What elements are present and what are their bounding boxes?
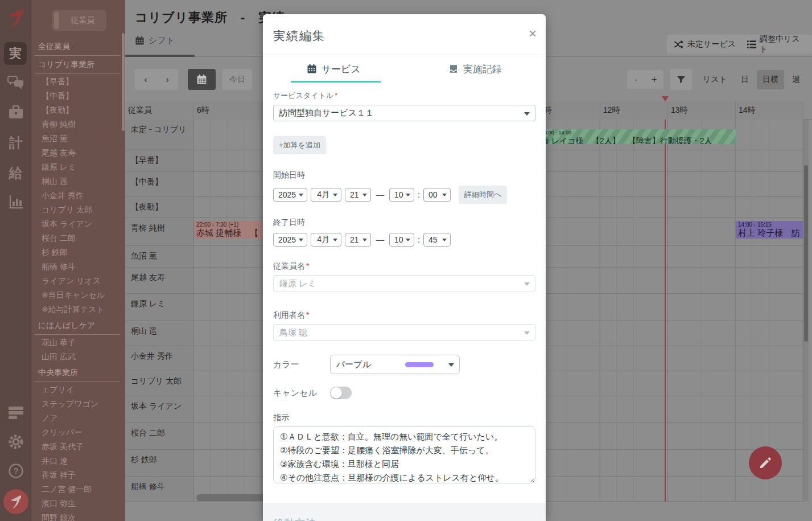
adjusting-list-button[interactable]: 調整中リスト <box>740 35 812 54</box>
end-hour-select[interactable]: 10 <box>389 233 414 247</box>
start-year-select[interactable]: 2025 <box>273 188 307 202</box>
start-month-select[interactable]: 4月 <box>311 188 341 202</box>
sidebar-employee-item[interactable]: ステップワゴン <box>31 397 122 411</box>
view-option[interactable]: 日横 <box>757 70 784 89</box>
today-button[interactable]: 今日 <box>222 69 252 90</box>
end-day-select[interactable]: 21 <box>345 233 371 247</box>
rail-item-chat[interactable] <box>0 74 31 92</box>
sidebar-employee-item[interactable]: 【夜勤】 <box>31 103 122 117</box>
current-time-marker-icon <box>662 96 669 101</box>
start-day-select[interactable]: 21 <box>345 188 371 202</box>
schedule-cell <box>600 346 668 371</box>
rail-item-help[interactable]: ? <box>0 462 31 479</box>
rail-item-plan[interactable]: 計 <box>0 134 31 151</box>
filter-button[interactable] <box>670 69 692 90</box>
service-title-select[interactable]: 訪問型独自サービス１１ <box>273 105 535 121</box>
rail-item-settings[interactable] <box>0 433 31 451</box>
rail-item-analytics[interactable] <box>0 192 31 211</box>
sidebar-employee-item[interactable]: コリブリ 太郎 <box>31 203 122 217</box>
close-icon[interactable]: × <box>529 27 537 40</box>
sidebar-employee-item[interactable]: ※当日キャンセル <box>31 288 122 302</box>
sidebar-employee-item[interactable]: クリッパー <box>31 425 122 440</box>
vertical-scrollbar-thumb[interactable] <box>804 165 808 342</box>
end-year-select[interactable]: 2025 <box>273 233 307 247</box>
sidebar-employee-item[interactable]: 船橋 修斗 <box>31 260 122 274</box>
tab-service-label: サービス <box>321 63 361 76</box>
sidebar-employee-item[interactable]: エブリイ <box>31 383 122 397</box>
tab-record[interactable]: 実施記録 <box>405 55 546 83</box>
sidebar-employee-item[interactable]: ノア <box>31 411 122 425</box>
schedule-cell <box>736 321 803 346</box>
start-minute-select[interactable]: 00 <box>423 188 451 202</box>
prev-button[interactable]: ‹ <box>135 74 156 85</box>
brand-logo-icon[interactable] <box>0 6 31 30</box>
employee-name-select[interactable]: 鎌原 レミ <box>273 275 535 292</box>
zoom-out-button[interactable]: - <box>627 75 645 85</box>
toggle-label: 従業員 <box>59 15 106 26</box>
sidebar-employee-item[interactable]: 井口 遼 <box>31 454 122 468</box>
sidebar-employee-item[interactable]: ※給与計算テスト <box>31 302 122 317</box>
sidebar-employee-item[interactable]: 尾越 友寿 <box>31 146 122 160</box>
sidebar-employee-item[interactable]: 赤坂 美代子 <box>31 440 122 454</box>
view-option[interactable]: 日 <box>735 70 755 89</box>
rail-item-records[interactable] <box>0 404 31 421</box>
rail-item-work[interactable] <box>0 104 31 121</box>
color-select[interactable]: パープル <box>330 355 460 374</box>
sidebar-employee-item[interactable]: 鎌原 レミ <box>31 160 122 174</box>
sidebar-employee-item[interactable]: 【中番】 <box>31 89 122 103</box>
sidebar-group-header[interactable]: 全従業員 <box>35 39 120 56</box>
client-name-select[interactable]: 鳥塚 聡 <box>273 324 535 341</box>
instruction-textarea[interactable]: ①ＡＤＬと意欲：自立。無理の無い範囲で全て行いたい。 ②特段のご要望：足腰痛く浴… <box>273 426 535 483</box>
schedule-cell <box>600 477 668 502</box>
end-datetime-label: 終了日時 <box>273 218 535 228</box>
rail-item-results[interactable]: 実 <box>4 42 27 65</box>
add-addition-button[interactable]: +加算を追加 <box>273 136 326 154</box>
instruction-label: 指示 <box>273 413 535 423</box>
sidebar-employee-item[interactable]: 二ノ宮 健一郎 <box>31 482 122 497</box>
zoom-in-button[interactable]: + <box>645 75 663 85</box>
rail-item-payroll[interactable]: 給 <box>0 165 31 182</box>
schedule-row-label: 小金井 秀作 <box>125 346 194 371</box>
start-hour-select[interactable]: 10 <box>389 188 414 202</box>
employee-toggle-button[interactable]: 従業員 <box>52 10 106 31</box>
schedule-cell <box>194 321 262 346</box>
edit-fab-button[interactable] <box>749 446 782 479</box>
sidebar-group-header[interactable]: 中央事業所 <box>35 365 120 382</box>
sidebar-employee-item[interactable]: 坂本 ライアン <box>31 217 122 231</box>
sidebar-employee-item[interactable]: 青柳 純樹 <box>31 117 122 132</box>
rail-item-support[interactable] <box>0 489 31 515</box>
schedule-cell <box>600 423 668 450</box>
sidebar-group-header[interactable]: にほんばしケア <box>35 318 120 335</box>
sidebar-employee-item[interactable]: 桜台 二郎 <box>31 231 122 245</box>
sidebar-employee-item[interactable]: 山田 広武 <box>31 350 122 364</box>
view-option[interactable]: 週 <box>786 70 806 89</box>
sidebar-group-header[interactable]: コリブリ事業所 <box>35 57 120 74</box>
end-month-select[interactable]: 4月 <box>311 233 341 247</box>
detail-time-button[interactable]: 詳細時間へ <box>459 186 507 204</box>
sidebar-employee-item[interactable]: 濱口 弥生 <box>31 497 122 511</box>
schedule-cell <box>668 294 736 321</box>
schedule-cell <box>668 268 736 294</box>
schedule-cell <box>668 423 736 450</box>
sidebar-employee-item[interactable]: 間野 銀次 <box>31 511 122 521</box>
sidebar-employee-item[interactable]: 桐山 遥 <box>31 174 122 188</box>
tab-shift[interactable]: シフト <box>135 35 175 46</box>
schedule-event[interactable]: 14:00 - 15:15村上 玲子様 訪 <box>736 221 803 239</box>
sidebar-employee-item[interactable]: 小金井 秀作 <box>31 188 122 203</box>
schedule-cell <box>668 477 736 502</box>
cancel-toggle[interactable] <box>330 387 352 399</box>
next-button[interactable]: › <box>156 74 178 85</box>
view-option[interactable]: リスト <box>697 70 733 89</box>
sidebar-employee-item[interactable]: 杉 鉄郎 <box>31 245 122 260</box>
schedule-cell <box>600 246 668 268</box>
tab-service[interactable]: サービス <box>263 55 405 83</box>
schedule-cell <box>736 423 803 450</box>
sidebar-employee-item[interactable]: 【早番】 <box>31 75 122 89</box>
sidebar-employee-item[interactable]: ライアン リオス <box>31 274 122 288</box>
pending-services-button[interactable]: 未定サービス <box>667 35 743 54</box>
sidebar-employee-item[interactable]: 花山 恭子 <box>31 335 122 350</box>
date-picker-button[interactable] <box>188 69 216 90</box>
sidebar-employee-item[interactable]: 香坂 祥子 <box>31 468 122 482</box>
sidebar-employee-item[interactable]: 魚沼 薫 <box>31 132 122 146</box>
end-minute-select[interactable]: 45 <box>423 233 451 247</box>
